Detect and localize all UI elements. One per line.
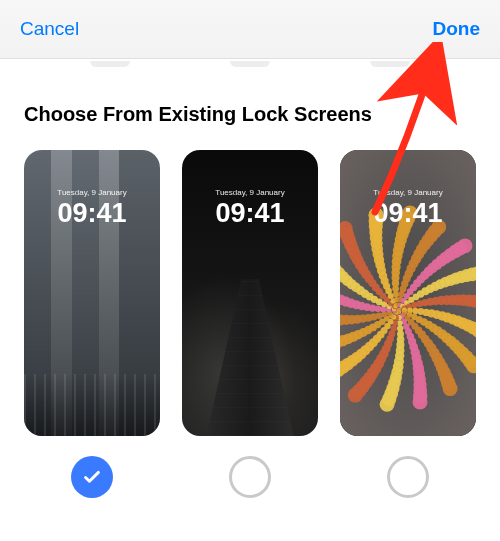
svg-point-297 bbox=[380, 397, 395, 412]
lockscreen-date: Tuesday, 9 January bbox=[182, 188, 318, 197]
wallpaper-radio-selected[interactable] bbox=[71, 456, 113, 498]
svg-point-298 bbox=[348, 388, 363, 403]
lockscreen-time: 09:41 bbox=[182, 198, 318, 229]
wallpaper-item: Tuesday, 9 January 09:41 bbox=[340, 150, 476, 498]
wallpaper-preview-dark-street[interactable]: Tuesday, 9 January 09:41 bbox=[182, 150, 318, 436]
wallpaper-radio[interactable] bbox=[229, 456, 271, 498]
svg-point-296 bbox=[413, 395, 428, 410]
svg-point-295 bbox=[443, 381, 458, 396]
wallpaper-item: Tuesday, 9 January 09:41 bbox=[24, 150, 160, 498]
wallpaper-preview-city[interactable]: Tuesday, 9 January 09:41 bbox=[24, 150, 160, 436]
checkmark-icon bbox=[81, 466, 103, 488]
wallpaper-item: Tuesday, 9 January 09:41 bbox=[182, 150, 318, 498]
lockscreen-date: Tuesday, 9 January bbox=[24, 188, 160, 197]
cancel-button[interactable]: Cancel bbox=[20, 18, 79, 40]
header-bar: Cancel Done bbox=[0, 0, 500, 59]
lockscreen-date: Tuesday, 9 January bbox=[340, 188, 476, 197]
done-button[interactable]: Done bbox=[433, 18, 481, 40]
lockscreen-time: 09:41 bbox=[340, 198, 476, 229]
lockscreen-time: 09:41 bbox=[24, 198, 160, 229]
wallpaper-preview-emoji[interactable]: Tuesday, 9 January 09:41 bbox=[340, 150, 476, 436]
wallpaper-list: Tuesday, 9 January 09:41 Tuesday, 9 Janu… bbox=[0, 150, 500, 498]
wallpaper-radio[interactable] bbox=[387, 456, 429, 498]
svg-point-46 bbox=[380, 306, 386, 312]
section-title: Choose From Existing Lock Screens bbox=[0, 65, 500, 150]
previous-row-peek bbox=[0, 59, 500, 65]
svg-point-291 bbox=[458, 238, 473, 253]
